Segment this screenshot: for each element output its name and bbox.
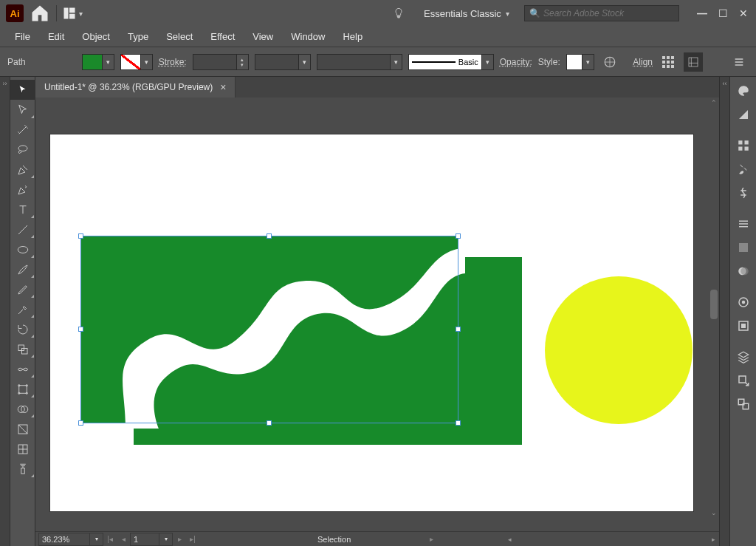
artboard-dropdown[interactable]: ▾: [159, 533, 173, 546]
stroke-color-dropdown[interactable]: ▾: [141, 54, 153, 70]
graphic-style-dropdown[interactable]: ▾: [583, 54, 594, 70]
pen-tool[interactable]: [10, 160, 35, 180]
free-transform-tool[interactable]: [10, 379, 35, 399]
artboards-panel-button[interactable]: [730, 393, 756, 415]
document-tab-row: Untitled-1* @ 36.23% (RGB/GPU Preview) ×: [35, 77, 719, 98]
svg-rect-20: [745, 140, 749, 144]
status-menu-arrow[interactable]: ▸: [425, 533, 438, 546]
divider: [56, 5, 57, 21]
appearance-panel-button[interactable]: [730, 291, 756, 313]
scroll-left-arrow[interactable]: ◂: [504, 536, 515, 543]
menu-effect[interactable]: Effect: [202, 28, 244, 45]
svg-rect-7: [18, 345, 24, 351]
selection-tool[interactable]: [10, 80, 35, 100]
magic-wand-tool[interactable]: [10, 120, 35, 140]
color-panel-button[interactable]: [730, 80, 756, 102]
recolor-artwork-button[interactable]: [600, 52, 619, 72]
control-bar: Path ▾ ▾ Stroke: ▴▾ ▾ ▾ Basic ▾ Opacity:…: [0, 47, 756, 77]
minimize-button[interactable]: —: [693, 4, 712, 23]
right-panel-collapse[interactable]: ‹‹: [719, 77, 729, 546]
scale-tool[interactable]: [10, 339, 35, 359]
mesh-tool[interactable]: [10, 439, 35, 459]
scroll-right-arrow[interactable]: ▸: [707, 536, 719, 543]
left-panel-collapse[interactable]: ››: [0, 77, 10, 546]
scroll-up-arrow[interactable]: ⌃: [709, 98, 719, 108]
scroll-down-arrow[interactable]: ⌄: [709, 508, 719, 518]
lasso-tool[interactable]: [10, 140, 35, 160]
next-artboard-button[interactable]: ▸: [173, 533, 186, 546]
brushes-panel-button[interactable]: [730, 158, 756, 180]
stroke-weight-stepper[interactable]: ▴▾: [237, 54, 249, 70]
shape-builder-tool[interactable]: [10, 399, 35, 419]
curvature-tool[interactable]: [10, 180, 35, 199]
menu-select[interactable]: Select: [157, 28, 202, 45]
zoom-level-field[interactable]: 36.23%: [38, 533, 90, 546]
gradient-tool[interactable]: [10, 419, 35, 439]
stroke-weight-input[interactable]: [193, 54, 237, 70]
gradient-panel-button[interactable]: [730, 236, 756, 259]
first-artboard-button[interactable]: |◂: [103, 533, 117, 546]
width-tool[interactable]: [10, 359, 35, 379]
menu-window[interactable]: Window: [282, 28, 334, 45]
menu-object[interactable]: Object: [73, 28, 119, 45]
swatches-panel-button[interactable]: [730, 134, 756, 157]
symbol-sprayer-tool[interactable]: [10, 459, 35, 479]
prev-artboard-button[interactable]: ◂: [117, 533, 130, 546]
paintbrush-tool[interactable]: [10, 259, 35, 279]
stroke-profile[interactable]: Basic: [408, 54, 482, 70]
canvas-viewport[interactable]: ⌃ ⌄: [35, 98, 719, 531]
eyedropper-tool[interactable]: [10, 299, 35, 319]
discover-button[interactable]: [388, 3, 409, 24]
minimize-icon: —: [697, 7, 707, 19]
menu-type[interactable]: Type: [119, 28, 157, 45]
graphic-style-swatch[interactable]: [566, 54, 583, 70]
color-guide-panel-button[interactable]: [730, 103, 756, 126]
asset-export-panel-button[interactable]: [730, 369, 756, 392]
vertical-scroll-thumb[interactable]: [710, 290, 718, 319]
pencil-tool[interactable]: [10, 279, 35, 299]
ellipse-tool[interactable]: [10, 239, 35, 259]
close-button[interactable]: ✕: [734, 4, 753, 23]
home-button[interactable]: [30, 3, 50, 24]
rotate-tool[interactable]: [10, 319, 35, 339]
control-panel-menu[interactable]: [729, 52, 749, 72]
fill-color-dropdown[interactable]: ▾: [103, 54, 114, 70]
document-tab[interactable]: Untitled-1* @ 36.23% (RGB/GPU Preview) ×: [35, 77, 236, 98]
transparency-panel-button[interactable]: [730, 260, 756, 282]
line-tool[interactable]: [10, 219, 35, 239]
brush-definition[interactable]: [317, 54, 391, 70]
menu-edit[interactable]: Edit: [39, 28, 73, 45]
artboard-number-field[interactable]: 1: [130, 533, 159, 546]
search-stock-input[interactable]: [543, 8, 674, 18]
direct-selection-tool[interactable]: [10, 100, 35, 120]
isolate-button[interactable]: [684, 52, 703, 72]
align-panel-button[interactable]: [659, 52, 678, 72]
graphic-styles-panel-button[interactable]: [730, 315, 756, 337]
stroke-panel-button[interactable]: [730, 213, 756, 235]
workspace-switcher[interactable]: Essentials Classic ▾: [415, 4, 518, 22]
zoom-dropdown[interactable]: ▾: [90, 533, 103, 546]
arrange-documents-button[interactable]: ▾: [63, 7, 83, 20]
search-stock-field[interactable]: 🔍: [524, 5, 679, 21]
close-tab-button[interactable]: ×: [220, 81, 226, 93]
layers-panel-button[interactable]: [730, 346, 756, 368]
brush-dropdown[interactable]: ▾: [391, 54, 402, 70]
fill-color-swatch[interactable]: [82, 54, 103, 70]
shape-circle[interactable]: [545, 276, 693, 424]
svg-rect-31: [739, 376, 746, 383]
variable-width-dropdown[interactable]: ▾: [299, 54, 311, 70]
type-tool[interactable]: [10, 199, 35, 219]
menu-help[interactable]: Help: [334, 28, 371, 45]
symbols-panel-button[interactable]: [730, 182, 756, 204]
menu-view[interactable]: View: [244, 28, 282, 45]
shape-rectangle-front[interactable]: [81, 236, 458, 423]
variable-width-profile[interactable]: [255, 54, 299, 70]
maximize-button[interactable]: ☐: [713, 4, 732, 23]
stroke-color-swatch[interactable]: [120, 54, 141, 70]
stroke-profile-dropdown[interactable]: ▾: [482, 54, 494, 70]
menu-file[interactable]: File: [6, 28, 39, 45]
artboard[interactable]: [50, 134, 693, 511]
zoom-value: 36.23%: [42, 535, 69, 544]
vertical-scrollbar[interactable]: ⌃ ⌄: [709, 98, 719, 518]
last-artboard-button[interactable]: ▸|: [186, 533, 199, 546]
